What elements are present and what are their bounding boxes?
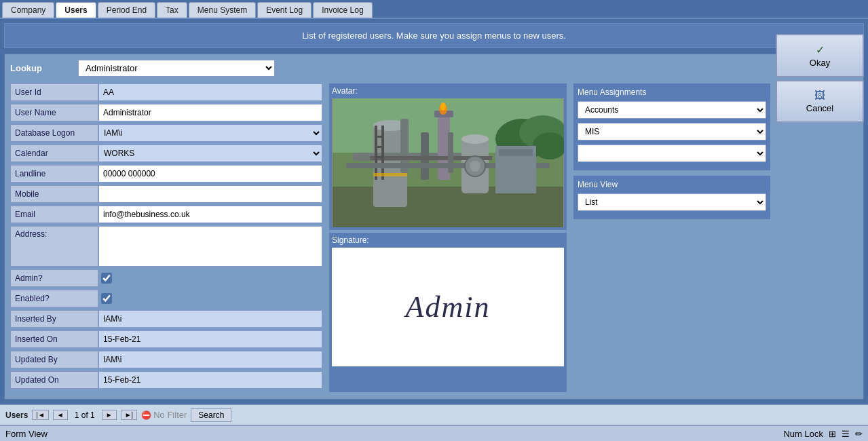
tab-users[interactable]: Users (56, 2, 96, 18)
user-id-input[interactable] (98, 83, 322, 101)
email-input[interactable] (98, 206, 322, 223)
signature-section: Signature: Admin (329, 233, 567, 392)
landline-input[interactable] (98, 165, 322, 183)
okay-label: Okay (810, 58, 830, 68)
email-row: Email (10, 206, 322, 223)
menu-dropdown-accounts[interactable]: Accounts (578, 101, 766, 119)
view-icon-3[interactable]: ✏ (855, 429, 863, 439)
middle-column: Avatar: (329, 83, 567, 392)
form-view-label: Form View (5, 429, 48, 439)
svg-rect-29 (373, 173, 407, 176)
page-info: 1 of 1 (72, 410, 98, 420)
signature-header: Signature: (332, 235, 564, 245)
info-banner: List of registered users. Make sure you … (4, 23, 864, 48)
menu-view-select[interactable]: List Tree (578, 193, 766, 211)
mobile-row: Mobile (10, 185, 322, 203)
nav-first-btn[interactable]: |◄ (32, 410, 49, 420)
nav-users-label: Users (5, 410, 28, 420)
tab-invoice-log[interactable]: Invoice Log (313, 2, 372, 18)
okay-button[interactable]: ✓ Okay (776, 34, 864, 77)
form-columns: User Id User Name Database Logon IAM\i C… (10, 83, 858, 392)
updated-by-row: Updated By (10, 351, 322, 368)
calendar-select[interactable]: WORKS (98, 145, 322, 162)
enabled-row: Enabled? (10, 290, 322, 307)
main-area: List of registered users. Make sure you … (0, 19, 868, 406)
avatar-section: Avatar: (329, 83, 567, 230)
menu-dropdown-accounts-wrap: Accounts (578, 101, 766, 119)
nav-last-btn[interactable]: ►| (121, 410, 138, 420)
search-button[interactable]: Search (191, 408, 231, 422)
menu-view-header: Menu View (578, 180, 766, 189)
updated-on-row: Updated On (10, 371, 322, 389)
avatar-header: Avatar: (332, 86, 564, 96)
admin-checkbox-cell (98, 269, 112, 287)
no-filter-label: ⛔ No Filter (141, 410, 187, 420)
view-icon-2[interactable]: ☰ (842, 429, 850, 439)
lookup-select[interactable]: Administrator (78, 60, 275, 77)
left-column: User Id User Name Database Logon IAM\i C… (10, 83, 322, 392)
view-icon-1[interactable]: ⊞ (829, 429, 836, 439)
svg-rect-17 (381, 126, 384, 180)
form-panel: Lookup Administrator User Id User Name D… (4, 54, 864, 400)
tab-tax[interactable]: Tax (157, 2, 187, 18)
inserted-by-row: Inserted By (10, 310, 322, 328)
lookup-label: Lookup (10, 63, 78, 73)
menu-dropdown-mis[interactable]: MIS (578, 123, 766, 140)
cancel-button[interactable]: 🖼 Cancel (776, 80, 864, 123)
banner-text: List of registered users. Make sure you … (302, 31, 566, 41)
database-logon-select[interactable]: IAM\i (98, 124, 322, 142)
calendar-row: Calendar WORKS (10, 145, 322, 162)
svg-rect-18 (375, 136, 384, 138)
menu-dropdown-empty[interactable] (578, 145, 766, 162)
num-lock-label: Num Lock (783, 429, 823, 439)
svg-rect-22 (448, 132, 453, 173)
address-label: Address: (10, 226, 98, 267)
industrial-svg (332, 98, 564, 227)
enabled-checkbox[interactable] (101, 293, 112, 304)
calendar-label: Calendar (10, 145, 98, 162)
lookup-row: Lookup Administrator (10, 60, 858, 77)
nav-prev-btn[interactable]: ◄ (53, 410, 68, 420)
bottom-bar: Form View Num Lock ⊞ ☰ ✏ (0, 425, 868, 441)
svg-point-24 (440, 102, 446, 111)
user-id-label: User Id (10, 83, 98, 101)
landline-row: Landline (10, 165, 322, 183)
email-label: Email (10, 206, 98, 223)
updated-by-input[interactable] (98, 351, 322, 368)
user-id-row: User Id (10, 83, 322, 101)
menu-assignments-section: Menu Assignments Accounts MIS (573, 83, 770, 170)
svg-rect-20 (375, 156, 384, 158)
okay-icon: ✓ (816, 43, 825, 56)
mobile-label: Mobile (10, 185, 98, 203)
user-name-label: User Name (10, 104, 98, 121)
database-logon-label: Database Logon (10, 124, 98, 142)
signature-box: Admin (332, 248, 564, 366)
nav-next-btn[interactable]: ► (102, 410, 117, 420)
address-textarea[interactable] (98, 226, 322, 267)
admin-label: Admin? (10, 269, 98, 287)
user-name-input[interactable] (98, 104, 322, 121)
inserted-by-input[interactable] (98, 310, 322, 328)
nav-bar: Users |◄ ◄ 1 of 1 ► ►| ⛔ No Filter Searc… (0, 404, 868, 425)
menu-assignments-header: Menu Assignments (578, 88, 766, 97)
updated-by-label: Updated By (10, 351, 98, 368)
tab-period-end[interactable]: Period End (98, 2, 155, 18)
svg-rect-16 (375, 126, 377, 180)
tab-company[interactable]: Company (2, 2, 54, 18)
admin-checkbox[interactable] (101, 273, 112, 284)
avatar-image (332, 98, 564, 227)
database-logon-row: Database Logon IAM\i (10, 124, 322, 142)
mobile-input[interactable] (98, 185, 322, 203)
inserted-on-label: Inserted On (10, 330, 98, 348)
tab-menu-system[interactable]: Menu System (189, 2, 256, 18)
cancel-icon: 🖼 (814, 90, 825, 102)
filter-icon: ⛔ (141, 410, 151, 420)
menu-dropdown-empty-wrap (578, 145, 766, 162)
right-column: Menu Assignments Accounts MIS (573, 83, 770, 392)
menu-dropdown-mis-wrap: MIS (578, 123, 766, 140)
tab-bar: Company Users Period End Tax Menu System… (0, 0, 868, 19)
inserted-on-input[interactable] (98, 330, 322, 348)
tab-event-log[interactable]: Event Log (257, 2, 312, 18)
updated-on-input[interactable] (98, 371, 322, 389)
svg-point-14 (461, 134, 489, 144)
